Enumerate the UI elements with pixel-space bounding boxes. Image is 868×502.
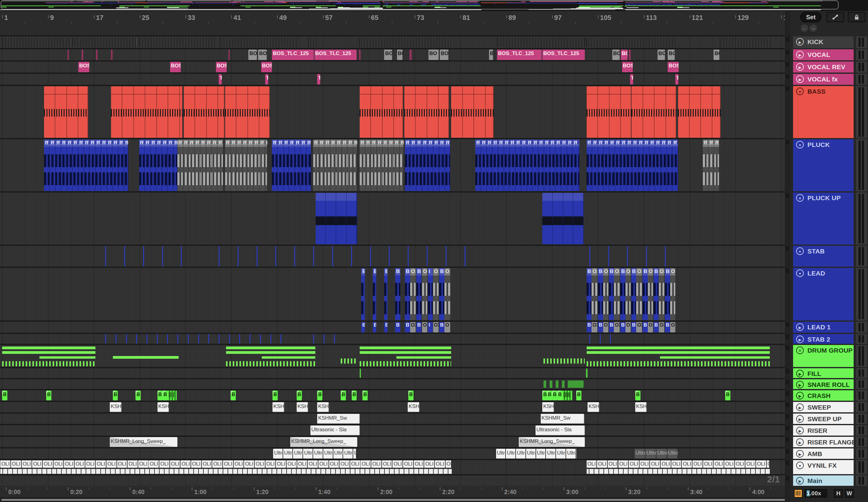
clip-lead1[interactable]: B (405, 322, 410, 332)
clip-lead[interactable]: O (670, 268, 675, 320)
track-header-riserflange[interactable]: ▶RISER FLANGE (793, 437, 854, 447)
clip-crash[interactable]: B (157, 391, 163, 400)
clip-lead1[interactable]: B (395, 322, 400, 332)
fold-icon[interactable]: ▼ (796, 88, 804, 95)
clip-riserflange[interactable]: KSHMR_Long_Sweep_ (519, 437, 585, 447)
play-icon[interactable]: ▶ (796, 450, 804, 458)
clip-stab[interactable] (219, 246, 220, 266)
clip-lead[interactable]: B (620, 268, 626, 320)
clip-stab2[interactable] (219, 334, 220, 343)
fold-icon[interactable]: ▼ (796, 247, 804, 255)
clip-stab[interactable] (627, 246, 628, 266)
clip-crash[interactable]: [|||| (562, 391, 573, 400)
clip-stab2[interactable] (146, 334, 147, 343)
clip-stab2[interactable] (313, 334, 314, 343)
clip-stab[interactable] (389, 246, 390, 266)
play-icon[interactable]: ▶ (796, 477, 804, 484)
clip-stab[interactable] (294, 246, 295, 266)
fold-icon[interactable]: ▼ (796, 462, 804, 469)
play-icon[interactable]: ▶ (796, 415, 804, 423)
clip-stab[interactable] (408, 246, 409, 266)
clip-vocal[interactable]: BO (440, 50, 448, 60)
clip-lead[interactable]: B (361, 268, 364, 320)
clip-bass[interactable] (44, 86, 88, 138)
clip-vocalfx[interactable]: T (630, 74, 633, 84)
clip-lead1[interactable]: B (384, 322, 388, 332)
clip-pluck[interactable]: ff_ff_ff_ff_ff_ff_ff_ff_ (405, 140, 450, 191)
play-icon[interactable]: ▶ (796, 403, 804, 411)
clip-riser[interactable]: Ultrasonic - Sla (310, 425, 360, 435)
clip-crash[interactable]: B (135, 391, 141, 400)
clip-stab2[interactable] (198, 334, 199, 343)
clip-lead[interactable]: B (439, 268, 444, 320)
audition-waveform-button[interactable] (794, 489, 803, 498)
clip-stab[interactable] (124, 246, 125, 266)
track-header-stab2[interactable]: ▶STAB 2 (793, 334, 854, 344)
clip-lead1[interactable]: B (587, 322, 592, 332)
track-header-sweep[interactable]: ▶SWEEP (793, 402, 854, 412)
track-header-bass[interactable]: ▼BASS (793, 86, 854, 138)
clip-vocal[interactable] (228, 50, 230, 60)
clip-pluck[interactable]: ff_ff_ff_ff_ff_ff_ff_ff_ff_ff_ff_ff_ff_f… (587, 140, 678, 191)
clip-drumgroup[interactable] (544, 345, 585, 367)
track-header-drumgroup[interactable]: ≡DRUM GROUP (793, 345, 854, 367)
play-icon[interactable]: ▶ (796, 438, 804, 446)
clip-stab[interactable] (446, 246, 446, 266)
track-header-snareroll[interactable]: ▶SNARE ROLL (793, 379, 854, 389)
lane-resize-handle[interactable] (786, 87, 789, 91)
clip-sweep[interactable]: KSHM (272, 402, 284, 412)
overview-selection[interactable] (1, 0, 839, 10)
clip-crash[interactable]: B (231, 391, 236, 400)
clip-vocal[interactable]: BO (397, 50, 403, 60)
clip-drumgroup[interactable] (2, 345, 95, 367)
clip-lead1[interactable]: B (373, 322, 376, 332)
clip-bass[interactable] (225, 86, 270, 138)
clip-kick[interactable] (497, 38, 585, 47)
clip-fill[interactable] (360, 369, 361, 378)
track-header-pluckup[interactable]: ▼PLUCK UP (793, 192, 854, 244)
clip-vocal[interactable]: BO (621, 50, 628, 60)
clip-stab[interactable] (105, 246, 106, 266)
clip-lead1[interactable]: O (422, 322, 427, 332)
clip-lead[interactable]: B (405, 268, 410, 320)
play-icon[interactable]: ▶ (796, 323, 804, 331)
clip-vocal[interactable]: BO (612, 50, 620, 60)
clip-stab2[interactable] (334, 334, 335, 343)
clip-lead[interactable]: B (654, 268, 659, 320)
clip-lead[interactable]: O3 (636, 268, 642, 320)
clip-lead1[interactable]: B (654, 322, 659, 332)
clip-stab2[interactable] (610, 334, 611, 343)
play-icon[interactable]: ▶ (796, 370, 804, 378)
clip-pluckup[interactable] (542, 193, 583, 244)
playback-rate-field[interactable]: 1.00x (804, 489, 827, 498)
clip-pluck[interactable]: ff_ff_ff_ff_ff_ff_ff_ff_ (360, 140, 404, 191)
time-ruler[interactable]: 0:000:200:401:001:201:402:002:202:403:00… (0, 486, 790, 497)
clip-fill[interactable] (586, 369, 588, 378)
clip-vocal[interactable] (96, 50, 97, 60)
lane-resize-handle[interactable] (786, 140, 789, 144)
lane-resize-handle[interactable] (786, 193, 789, 198)
clip-sweep[interactable]: KSHM (157, 402, 169, 412)
clip-lead[interactable]: B (395, 268, 400, 320)
clip-lead1[interactable]: B (361, 322, 364, 332)
clip-stab[interactable] (275, 246, 276, 266)
bar-ruler[interactable]: 191725334149576573818997105113121129137 (0, 11, 790, 24)
play-icon[interactable]: ▶ (796, 63, 804, 71)
clip-pluck[interactable]: ff_ff_ff_ff_ff_ff_ff_ff_ (177, 140, 223, 191)
clip-stab[interactable] (427, 246, 427, 266)
clip-drumgroup[interactable] (113, 345, 179, 367)
clip-lead[interactable]: B (598, 268, 603, 320)
clip-crash[interactable]: B (2, 391, 7, 400)
track-header-vocalfx[interactable]: ▶VOCAL fx (793, 74, 854, 85)
track-header-sweepup[interactable]: ▶SWEEP UP (793, 413, 854, 424)
clip-crash[interactable]: B (272, 391, 278, 400)
clip-pluck[interactable]: ff_ff_ff_ff_ff_ff_ff_ff_ff_ff_ff_ff_ff_f… (44, 140, 128, 191)
clip-crash[interactable]: B (341, 391, 346, 400)
clip-stab2[interactable] (280, 334, 281, 343)
clip-lead[interactable]: O3 (591, 268, 597, 320)
clip-vocal[interactable]: BO (248, 50, 257, 60)
play-icon[interactable]: ▶ (796, 335, 804, 343)
track-header-lead[interactable]: ▼LEAD (793, 268, 854, 321)
track-header-fill[interactable]: ▶FILL (793, 368, 854, 378)
clip-stab[interactable] (351, 246, 352, 266)
